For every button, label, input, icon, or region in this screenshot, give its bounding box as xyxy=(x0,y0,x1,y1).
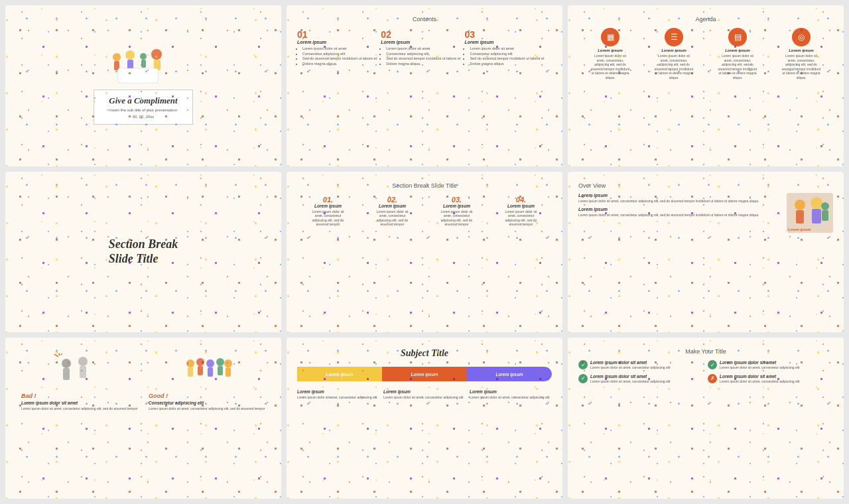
ov-head-2: Lorem ipsum xyxy=(578,207,783,212)
col-2-item-2: Consectetur adipiscing elit xyxy=(386,52,460,57)
check-text-3: Lorem ipsum dolor sit amet, consectetur … xyxy=(590,379,670,384)
col-2-item-4: Dolore magna aliqua. xyxy=(386,62,460,67)
svg-point-10 xyxy=(795,200,805,210)
svg-line-20 xyxy=(54,354,58,357)
col-3-item-4: Dolore magna aliqua xyxy=(470,62,544,67)
good-title: Good ! xyxy=(149,393,265,399)
col-3-item-3: Sed do eiusmod tempor incididunt ut labo… xyxy=(470,56,544,62)
check-content-3: Lorem ipsum dolor sit amet Lorem ipsum d… xyxy=(590,374,670,384)
num-head-2: Lorem ipsum xyxy=(373,204,413,208)
slide-3: Agenda ▦ Lorem ipsum Lorem ipsum dolor s… xyxy=(568,5,844,166)
agenda-label-2: Lorem ipsum xyxy=(654,48,694,52)
bad-text: Lorem ipsum dolor sit amet, consectetur … xyxy=(21,407,138,411)
svg-rect-24 xyxy=(188,367,193,377)
good-half: Good ! Consectetur adipiscing elit Lorem… xyxy=(143,348,271,488)
num-head-1: Lorem ipsum xyxy=(308,204,348,208)
svg-point-18 xyxy=(78,357,88,366)
check-icon-1: ✓ xyxy=(578,360,588,369)
bar-2: Lorem ipsum xyxy=(382,367,467,381)
slide-4-title: Section BreakSlide Title xyxy=(109,237,178,266)
bad-half: Bad ! Lorem ipsum dolor sit amet Lorem i… xyxy=(16,348,143,488)
agenda-desc-3: Lorem ipsum dolor sit amet, consectetur,… xyxy=(718,54,757,80)
slide-5-title: Section Break Slide Title xyxy=(297,182,552,189)
family-photo-svg xyxy=(787,193,833,233)
check-text-4: Lorem ipsum dolor sit amet, consectetur … xyxy=(720,379,799,384)
svg-rect-26 xyxy=(198,366,203,375)
check-head-1: Lorem ipsum dolor sit amet xyxy=(590,360,670,365)
num-label-3: 03. xyxy=(437,196,477,204)
slide-9-title: Make Your Title xyxy=(578,348,833,355)
good-subhead: Consectetur adipiscing elit xyxy=(149,401,265,405)
svg-point-31 xyxy=(224,359,232,367)
overview-text: Lorem ipsum Lorem ipsum dolor sit amet, … xyxy=(578,193,783,233)
ov-text-2: Lorem ipsum dolor sit amet, consectetur … xyxy=(578,213,783,218)
num-label-2: 02. xyxy=(373,196,413,204)
col-1-item-1: Lorem ipsum dolor sit amet xyxy=(302,46,377,52)
slide-2: Contents 01 Lorem ipsum Lorem ipsum dolo… xyxy=(287,5,562,166)
bad-subhead: Lorem ipsum dolor sit amet xyxy=(21,401,138,405)
family-illustration xyxy=(103,47,183,87)
slide-1-title-box: Give a Compliment Insert the sub title o… xyxy=(94,90,193,125)
num-head-4: Lorem ipsum xyxy=(501,204,541,208)
slide-5: Section Break Slide Title 01. Lorem ipsu… xyxy=(287,172,562,333)
slide-4: Section BreakSlide Title xyxy=(5,172,281,333)
agenda-icon-1: ▦ xyxy=(601,28,620,46)
svg-point-14 xyxy=(821,202,829,210)
good-text: Lorem ipsum dolor sit amet, consectetur … xyxy=(149,407,265,411)
check-icon-2: ✓ xyxy=(708,360,717,369)
check-head-3: Lorem ipsum dolor sit amet xyxy=(590,374,670,379)
agenda-desc-2: Lorem ipsum dolor sit amet, consectetur,… xyxy=(654,54,694,80)
col-3-item-1: Lorem ipsum dolor sit amet xyxy=(470,46,544,52)
num-text-3: Lorem ipsum dolor sit amet, consectetur … xyxy=(437,210,477,227)
svg-point-4 xyxy=(140,53,147,60)
col-1-text: Lorem ipsum dolor sit amet Consectetur a… xyxy=(297,46,377,67)
ov-head-1: Lorem ipsum xyxy=(578,193,783,198)
slide-5-columns: 01. Lorem ipsum Lorem ipsum dolor sit am… xyxy=(297,196,552,227)
col-2-head: Lorem ipsum xyxy=(381,40,460,44)
col-1-item-4: Dolore magna aliqua. xyxy=(302,62,377,67)
slide-8-title: Subject Title xyxy=(297,348,552,359)
slide-5-col-4: 04. Lorem ipsum Lorem ipsum dolor sit am… xyxy=(501,196,541,227)
slide-1: Give a Compliment Insert the sub title o… xyxy=(5,5,281,166)
slide-1-date: 00, 00, 20xx xyxy=(105,115,182,119)
agenda-desc-1: Lorem ipsum dolor sit amet, consectetur,… xyxy=(590,54,630,80)
slide-2-title: Contents xyxy=(297,16,552,23)
slide-9: Make Your Title ✓ Lorem ipsum dolor sit … xyxy=(568,338,844,499)
svg-rect-17 xyxy=(63,368,70,380)
col-3-text: Lorem ipsum dolor sit amet Consectetur a… xyxy=(464,46,544,67)
bar-1: Lorem ipsum xyxy=(297,367,382,381)
num-text-4: Lorem ipsum dolor sit amet, consectetur … xyxy=(501,210,541,227)
num-head-3: Lorem ipsum xyxy=(437,204,477,208)
agenda-icon-2: ☰ xyxy=(665,28,683,46)
desc-text-2: Lorem ipsum dolor sit amet, consectetur … xyxy=(383,395,466,400)
agenda-label-1: Lorem ipsum xyxy=(590,48,630,52)
agenda-icon-3: ▤ xyxy=(728,28,747,46)
good-svg xyxy=(180,353,233,390)
check-icon-4: ✗ xyxy=(708,374,717,383)
bar-label-1: Lorem ipsum xyxy=(326,372,354,377)
ov-text-1: Lorem ipsum dolor sit amet, consectetur … xyxy=(578,199,783,204)
good-illustration xyxy=(149,353,265,390)
svg-point-0 xyxy=(113,53,121,61)
check-content-4: Lorem ipsum dolor sit amet Lorem ipsum d… xyxy=(720,374,799,384)
desc-head-1: Lorem ipsum xyxy=(297,389,379,394)
check-text-1: Lorem ipsum dolor sit amet, consectetur … xyxy=(590,365,670,370)
check-content-2: Lorem ipsum dolor sit amet Lorem ipsum d… xyxy=(720,360,799,370)
desc-col-2: Lorem ipsum Lorem ipsum dolor sit amet, … xyxy=(383,389,466,400)
svg-point-27 xyxy=(206,359,214,367)
num-label-1: 01. xyxy=(308,196,348,204)
slide-3-title: Agenda xyxy=(578,16,833,23)
slide-8: Subject Title Lorem ipsum Lorem ipsum Lo… xyxy=(287,338,562,499)
desc-text-1: Lorem ipsum dolor sit amet, consectetur … xyxy=(297,395,379,400)
slide-3-icons-row: ▦ Lorem ipsum Lorem ipsum dolor sit amet… xyxy=(578,28,833,80)
slide-5-col-3: 03. Lorem ipsum Lorem ipsum dolor sit am… xyxy=(437,196,477,227)
col-3-head: Lorem ipsum xyxy=(464,40,544,44)
check-icon-3: ✓ xyxy=(578,374,588,383)
slide-1-illustration xyxy=(103,47,183,87)
svg-rect-15 xyxy=(822,210,828,221)
slide-7: Bad ! Lorem ipsum dolor sit amet Lorem i… xyxy=(5,338,281,499)
col-3-num: 03 xyxy=(464,29,544,40)
svg-rect-11 xyxy=(796,210,804,223)
col-2-text: Lorem ipsum dolor sit amet Consectetur a… xyxy=(381,46,460,67)
svg-point-25 xyxy=(196,358,204,366)
